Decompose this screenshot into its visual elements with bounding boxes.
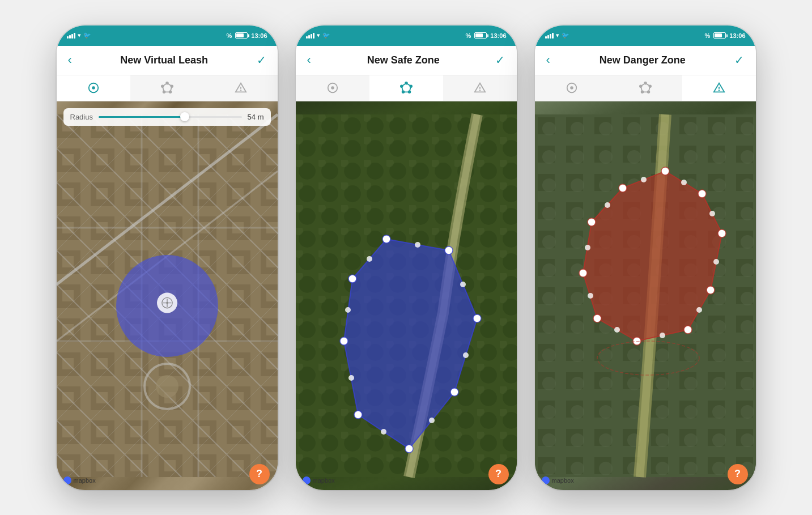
status-right-3: % 13:06: [705, 32, 746, 39]
svg-point-23: [156, 375, 178, 398]
safe-zone-polygon[interactable]: [296, 101, 517, 490]
svg-point-32: [410, 85, 412, 87]
svg-point-48: [354, 411, 362, 419]
nav-bar-1: ‹ New Virtual Leash ✓: [57, 46, 278, 75]
svg-point-91: [588, 293, 593, 299]
svg-point-3: [166, 82, 168, 84]
map-area-1[interactable]: Radius 54 m ma: [57, 101, 278, 490]
battery-icon-1: [235, 32, 248, 39]
wifi-icon-3: ▾: [556, 32, 559, 39]
svg-point-79: [684, 326, 692, 334]
status-right-2: % 13:06: [466, 32, 507, 39]
twitter-icon-2: 🐦: [322, 32, 330, 39]
confirm-button-1[interactable]: ✓: [257, 53, 266, 67]
time-3: 13:06: [729, 32, 745, 39]
mapbox-watermark-2: mapbox: [303, 476, 335, 484]
svg-point-89: [660, 333, 665, 338]
svg-point-45: [473, 314, 481, 322]
danger-zone-polygon[interactable]: [535, 101, 756, 490]
tab-warning-3[interactable]: [682, 75, 756, 101]
help-button-1[interactable]: ?: [249, 464, 270, 484]
status-left-icons-3: ▾ 🐦: [545, 32, 569, 39]
map-area-2[interactable]: mapbox ?: [296, 101, 517, 490]
back-button-3[interactable]: ‹: [546, 53, 550, 67]
map-area-3[interactable]: mapbox ?: [535, 101, 756, 490]
tab-polygon-2[interactable]: [369, 75, 443, 101]
svg-point-78: [707, 286, 715, 294]
help-button-3[interactable]: ?: [728, 464, 748, 484]
tab-circle-1[interactable]: [57, 75, 130, 101]
wifi-icon-1: ▾: [78, 32, 81, 39]
svg-point-27: [166, 301, 168, 304]
svg-point-49: [340, 337, 348, 345]
status-bar-3: ▾ 🐦 % 13:06: [535, 25, 756, 46]
tab-polygon-1[interactable]: [130, 75, 204, 101]
svg-point-54: [429, 418, 435, 423]
signal-icon-1: [67, 33, 75, 39]
svg-point-58: [367, 256, 372, 262]
svg-point-31: [405, 82, 407, 84]
svg-point-57: [345, 307, 351, 313]
svg-point-62: [644, 82, 647, 84]
page-title-1: New Virtual Leash: [120, 54, 208, 66]
tab-warning-2[interactable]: [443, 75, 517, 101]
battery-icon-3: [713, 32, 726, 39]
svg-point-34: [402, 91, 404, 93]
nav-bar-2: ‹ New Safe Zone ✓: [296, 46, 517, 75]
svg-point-68: [719, 90, 719, 91]
mapbox-logo-2: [303, 476, 311, 484]
svg-point-56: [348, 375, 354, 381]
help-button-2[interactable]: ?: [488, 464, 509, 484]
svg-point-46: [450, 388, 458, 396]
tool-tabs-2: [296, 75, 517, 101]
svg-point-83: [588, 218, 596, 226]
twitter-icon-1: 🐦: [83, 32, 91, 39]
svg-point-65: [641, 91, 643, 93]
confirm-button-2[interactable]: ✓: [495, 53, 505, 67]
battery-percent-1: %: [227, 32, 232, 39]
svg-point-43: [382, 235, 390, 243]
svg-point-55: [381, 429, 386, 435]
mapbox-text-3: mapbox: [552, 477, 574, 484]
tab-polygon-3[interactable]: [609, 75, 682, 101]
svg-marker-42: [344, 239, 477, 449]
radius-control[interactable]: Radius 54 m: [63, 108, 271, 126]
page-title-3: New Danger Zone: [600, 54, 686, 66]
confirm-button-3[interactable]: ✓: [734, 53, 744, 67]
svg-point-85: [681, 180, 687, 185]
svg-point-81: [593, 314, 601, 322]
svg-point-93: [605, 202, 610, 208]
status-bar-2: ▾ 🐦 % 13:06: [296, 25, 517, 46]
back-button-2[interactable]: ‹: [307, 53, 311, 67]
status-right-1: % 13:06: [227, 32, 267, 39]
mapbox-text-2: mapbox: [313, 477, 335, 484]
twitter-icon-3: 🐦: [562, 32, 569, 39]
svg-point-88: [696, 307, 702, 313]
svg-point-77: [718, 229, 726, 237]
mapbox-watermark-3: mapbox: [542, 476, 574, 484]
radius-value: 54 m: [248, 113, 264, 121]
svg-point-60: [571, 87, 573, 89]
svg-point-92: [585, 245, 590, 250]
tab-warning-1[interactable]: [204, 75, 278, 101]
radius-label: Radius: [70, 113, 93, 121]
signal-icon-3: [545, 33, 554, 39]
svg-point-33: [408, 91, 410, 93]
svg-point-1: [92, 87, 95, 89]
tab-circle-2[interactable]: [296, 75, 369, 101]
svg-point-6: [163, 91, 165, 93]
tool-tabs-3: [535, 75, 756, 101]
radius-slider[interactable]: [99, 116, 242, 118]
svg-point-47: [405, 445, 413, 453]
svg-point-74: [619, 184, 627, 192]
tool-tabs-1: [57, 75, 278, 101]
svg-point-94: [597, 341, 699, 375]
svg-point-52: [460, 282, 466, 287]
tab-circle-3[interactable]: [535, 75, 609, 101]
status-left-icons-1: ▾ 🐦: [67, 32, 91, 39]
back-button-1[interactable]: ‹: [68, 53, 72, 67]
time-2: 13:06: [490, 32, 506, 39]
svg-point-86: [709, 211, 715, 216]
svg-point-50: [348, 275, 356, 283]
phone-safe-zone: ▾ 🐦 % 13:06 ‹ New Safe Zone ✓: [296, 25, 517, 490]
